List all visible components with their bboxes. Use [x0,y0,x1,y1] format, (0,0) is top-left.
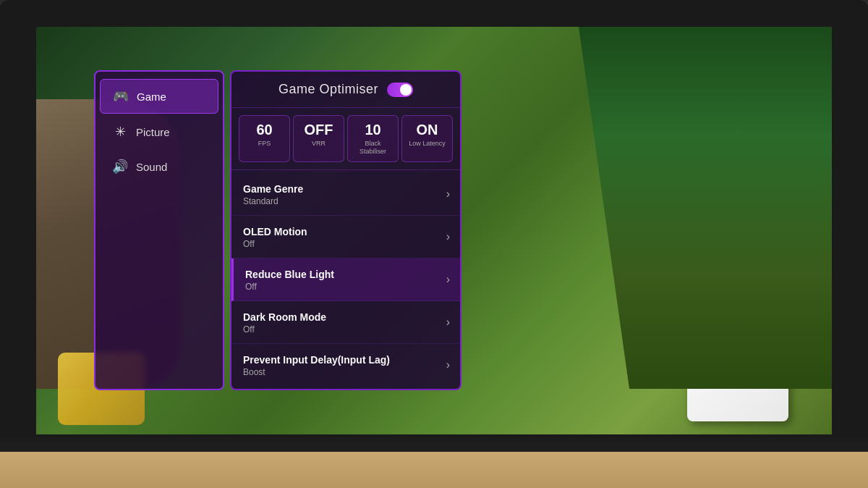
menu-item-dr-sub: Off [243,324,448,335]
stat-fps-label: FPS [242,140,286,148]
panel-title: Game Optimiser [278,82,378,97]
menu-item-game-genre-sub: Standard [243,196,448,206]
stat-fps-value: 60 [242,122,286,138]
stat-bs-value: 10 [351,122,395,138]
menu-arrow-id: › [446,358,450,371]
tv-outer: 🎮 Game ✳ Picture 🔊 Sound Game Optimiser [0,0,868,488]
game-icon: 🎮 [112,88,129,104]
stat-fps: 60 FPS [239,115,290,162]
sidebar-item-sound[interactable]: 🔊 Sound [100,150,218,183]
stat-low-latency: ON Low Latency [401,115,453,162]
stat-bs-label: Black Stabiliser [351,140,395,156]
menu-item-id-sub: Boost [243,367,448,377]
stat-ll-value: ON [405,122,449,138]
sidebar: 🎮 Game ✳ Picture 🔊 Sound [94,70,224,390]
stat-vrr-label: VRR [297,140,341,148]
menu-item-game-genre[interactable]: Game Genre Standard › [231,173,460,216]
menu-arrow-rbl: › [446,273,450,286]
menu-item-oled-sub: Off [243,239,448,249]
sidebar-item-picture[interactable]: ✳ Picture [100,115,218,148]
menu-arrow-game-genre: › [446,188,450,201]
menu-item-oled-motion[interactable]: OLED Motion Off › [231,216,460,258]
menu-item-reduce-blue-light[interactable]: Reduce Blue Light Off › [231,258,460,301]
menu-arrow-oled: › [446,230,450,243]
menu-item-id-title: Prevent Input Delay(Input Lag) [243,354,448,366]
tree-decoration [579,27,832,389]
stat-vrr: OFF VRR [293,115,344,162]
stat-vrr-value: OFF [297,122,341,138]
picture-icon: ✳ [111,124,129,140]
sidebar-item-game-label: Game [137,91,166,103]
sidebar-item-game[interactable]: 🎮 Game [100,79,218,114]
menu-items: Game Genre Standard › OLED Motion Off › … [231,170,460,389]
menu-arrow-dr: › [446,316,450,329]
tv-ui-overlay: 🎮 Game ✳ Picture 🔊 Sound Game Optimiser [94,70,461,390]
tv-screen: 🎮 Game ✳ Picture 🔊 Sound Game Optimiser [36,27,832,461]
sidebar-item-sound-label: Sound [136,161,167,173]
sidebar-item-picture-label: Picture [136,126,170,138]
menu-item-rbl-sub: Off [245,282,448,292]
menu-item-rbl-title: Reduce Blue Light [245,269,448,280]
menu-item-game-genre-title: Game Genre [243,183,448,195]
menu-item-dark-room[interactable]: Dark Room Mode Off › [231,301,460,344]
sound-icon: 🔊 [111,159,129,174]
main-panel: Game Optimiser 60 FPS OFF VRR 10 B [230,70,461,390]
stat-ll-label: Low Latency [405,140,449,148]
stat-black-stabiliser: 10 Black Stabiliser [347,115,399,162]
menu-item-dr-title: Dark Room Mode [243,311,448,323]
menu-item-oled-title: OLED Motion [243,226,448,237]
panel-header: Game Optimiser [231,72,460,108]
stats-row: 60 FPS OFF VRR 10 Black Stabiliser ON Lo… [231,108,460,170]
menu-item-input-delay[interactable]: Prevent Input Delay(Input Lag) Boost › [231,344,460,386]
optimiser-toggle[interactable] [387,83,413,97]
